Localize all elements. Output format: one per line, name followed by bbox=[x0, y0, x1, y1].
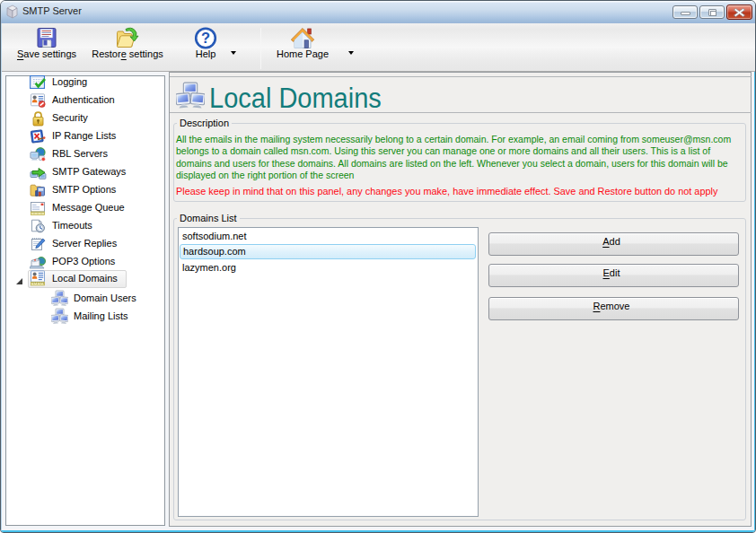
svg-text:?: ? bbox=[201, 30, 210, 46]
